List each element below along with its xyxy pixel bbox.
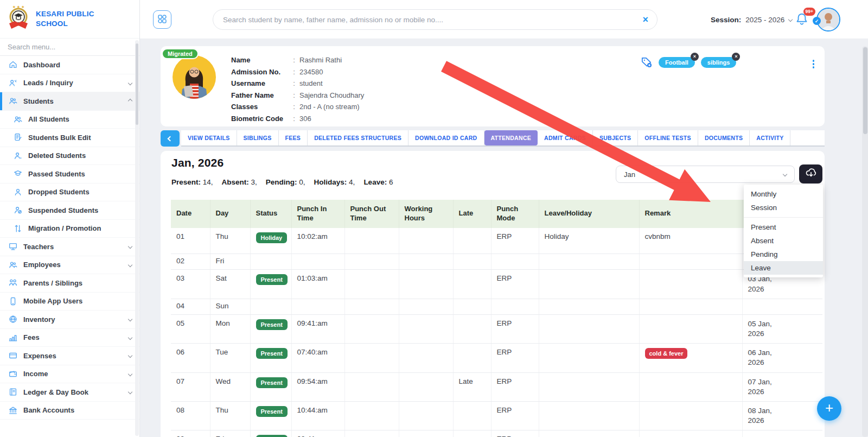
chevron-left-icon [168, 136, 173, 141]
status-badge: Present [256, 348, 288, 359]
sidebar-item-fees[interactable]: Fees [0, 329, 139, 347]
sidebar-item-ledger-day-book[interactable]: Ledger & Day Book [0, 383, 139, 402]
remove-tag-icon[interactable]: × [691, 53, 699, 61]
field-label: Username [231, 78, 289, 90]
column-header-working-hours: Working Hours [399, 200, 453, 228]
tab-admit-cards[interactable]: ADMIT CARDS [538, 130, 593, 145]
dropdown-item-leave[interactable]: Leave [744, 261, 823, 275]
cell [399, 402, 453, 430]
sidebar-item-mobile-app-users[interactable]: Mobile App Users [0, 293, 139, 311]
logo-row: ★ ★ ★ KESARI PUBLIC SCHOOL [0, 0, 139, 38]
sidebar-item-label: Inventory [23, 315, 55, 324]
sidebar-item-migration-promotion[interactable]: Migration / Promotion [0, 220, 139, 238]
cell [344, 402, 399, 430]
add-fab-button[interactable]: + [817, 396, 841, 421]
dropdown-item-pending[interactable]: Pending [744, 248, 823, 261]
column-header-remark: Remark [639, 200, 742, 228]
created-date: 07 Jan, 2026 [748, 377, 784, 397]
sidebar-item-students-bulk-edit[interactable]: Students Bulk Edit [0, 129, 139, 147]
cell-remark [639, 314, 742, 343]
tab-download-id-card[interactable]: DOWNLOAD ID CARD [409, 130, 484, 145]
back-button[interactable] [161, 130, 180, 147]
sidebar-item-dashboard[interactable]: Dashboard [0, 56, 139, 74]
sidebar-item-students[interactable]: Students [0, 92, 139, 111]
sidebar-item-income[interactable]: Income [0, 365, 139, 384]
bank-icon [8, 405, 18, 416]
sidebar-item-inventory[interactable]: Inventory [0, 311, 139, 329]
student-card: Migrated Name:Rashmi RathiAdmission No.:… [161, 46, 825, 126]
sidebar-item-bank-accounts[interactable]: Bank Accounts [0, 402, 139, 420]
download-button[interactable] [799, 164, 822, 183]
tab-view-details[interactable]: VIEW DETAILS [181, 130, 237, 145]
status-badge: Present [256, 274, 288, 285]
sidebar-item-teachers[interactable]: Teachers [0, 238, 139, 256]
student-tag-football[interactable]: Football× [659, 57, 695, 68]
menu-search-input[interactable] [0, 38, 139, 56]
field-label: Name [231, 54, 289, 66]
session-selector[interactable]: Session: 2025 - 2026 [711, 0, 792, 39]
cell [344, 314, 399, 343]
cell [399, 299, 453, 314]
sidebar-scrollbar-thumb[interactable] [136, 43, 138, 125]
page-scrollbar[interactable] [862, 46, 868, 437]
cell: Holiday [539, 228, 639, 254]
sidebar-item-leads-inquiry[interactable]: Leads / Inquiry [0, 74, 139, 93]
sidebar-item-dropped-students[interactable]: Dropped Students [0, 183, 139, 202]
dropdown-item-absent[interactable]: Absent [744, 234, 823, 248]
sidebar-item-all-students[interactable]: All Students [0, 111, 139, 129]
cell: ERP [491, 402, 539, 430]
apps-grid-button[interactable] [153, 10, 171, 29]
stat-holidays: Holidays: 4, [314, 178, 355, 186]
clear-search-icon[interactable]: × [642, 15, 648, 24]
cell [539, 270, 639, 299]
sidebar-item-label: Students Bulk Edit [28, 134, 91, 142]
sidebar-item-deleted-students[interactable]: Deleted Students [0, 147, 139, 166]
student-field: Classes:2nd - A (no stream) [231, 101, 364, 113]
sidebar-item-suspended-students[interactable]: Suspended Students [0, 201, 139, 220]
student-search-input[interactable] [222, 15, 642, 24]
card-menu-icon[interactable] [811, 58, 816, 70]
sidebar-item-passed-students[interactable]: Passed Students [0, 165, 139, 183]
stat-value: 0, [299, 178, 305, 186]
user-avatar[interactable]: ✓ [816, 8, 840, 31]
cell: 06 [171, 344, 210, 372]
dropdown-item-present[interactable]: Present [744, 220, 823, 234]
chevron-down-icon [128, 372, 132, 376]
sidebar-scrollbar[interactable] [135, 40, 139, 436]
cell [453, 254, 491, 270]
tab-subjects[interactable]: SUBJECTS [593, 130, 638, 145]
tab-documents[interactable]: DOCUMENTS [698, 130, 750, 145]
dropdown-item-monthly[interactable]: Monthly [744, 187, 823, 201]
tab-attendance[interactable]: ATTENDANCE [484, 130, 538, 145]
cell: Mon [210, 314, 250, 343]
page-scrollbar-thumb[interactable] [863, 47, 867, 134]
cell: Thu [210, 402, 250, 430]
student-tags-row: Football×siblings× [640, 56, 736, 68]
notification-bell-icon[interactable]: 99+ [794, 11, 809, 27]
stat-value: 6 [389, 178, 393, 186]
sidebar-item-expenses[interactable]: Expenses [0, 347, 139, 365]
created-date: 05 Jan, 2026 [748, 319, 784, 339]
tab-activity[interactable]: ACTIVITY [750, 130, 790, 145]
column-header-punch-in-time: Punch In Time [291, 200, 344, 228]
cell: Tue [210, 344, 250, 372]
cell-remark [639, 254, 742, 270]
cell: 05 [171, 314, 210, 343]
sidebar-item-employees[interactable]: Employees [0, 256, 139, 275]
wallet-icon [8, 369, 18, 379]
student-tag-siblings[interactable]: siblings× [701, 57, 737, 68]
add-tag-icon[interactable] [640, 56, 653, 68]
remove-tag-icon[interactable]: × [732, 53, 740, 61]
field-colon: : [289, 54, 299, 66]
remark-badge: cold & fever [645, 348, 688, 359]
dropdown-item-session[interactable]: Session [744, 201, 823, 214]
tab-offline-tests[interactable]: OFFLINE TESTS [638, 130, 698, 145]
tab-fees[interactable]: FEES [279, 130, 308, 145]
coins-icon [8, 332, 18, 343]
month-filter-select[interactable]: Jan [616, 166, 795, 183]
tab-siblings[interactable]: SIBLINGS [237, 130, 279, 145]
sidebar-item-parents-siblings[interactable]: Parents / Siblings [0, 274, 139, 293]
tab-deleted-fees-structures[interactable]: DELETED FEES STRUCTURES [308, 130, 409, 145]
stat-absent: Absent: 3, [222, 178, 257, 186]
notification-badge: 99+ [803, 8, 815, 16]
